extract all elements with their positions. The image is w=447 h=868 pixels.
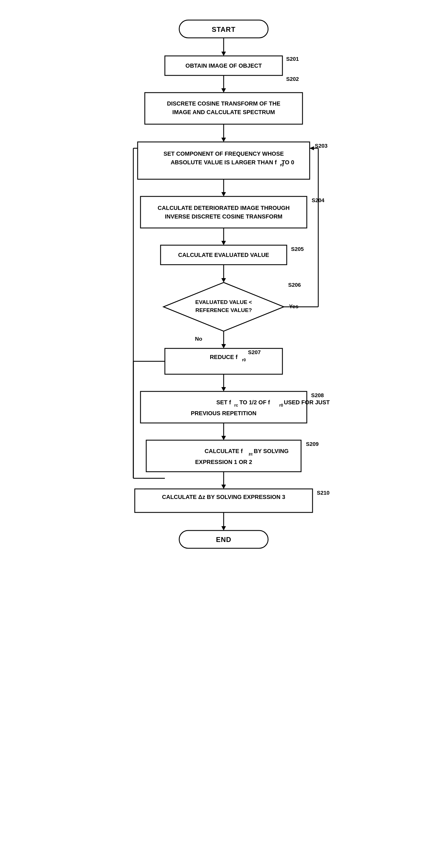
svg-text:CALCULATE Δz BY SOLVING EXPRES: CALCULATE Δz BY SOLVING EXPRESSION 3 [162, 494, 285, 500]
svg-marker-54 [221, 436, 226, 440]
svg-marker-2 [221, 52, 226, 56]
svg-text:ABSOLUTE VALUE IS LARGER THAN : ABSOLUTE VALUE IS LARGER THAN f [170, 159, 277, 165]
svg-text:CALCULATE DETERIORATED IMAGE T: CALCULATE DETERIORATED IMAGE THROUGH [157, 205, 289, 211]
svg-text:r0: r0 [242, 358, 246, 362]
end-label: END [216, 536, 231, 544]
svg-text:TO 1/2 OF f: TO 1/2 OF f [240, 399, 270, 405]
svg-marker-65 [221, 526, 226, 530]
s206-label: S206 [288, 282, 301, 288]
svg-rect-39 [165, 348, 282, 374]
svg-text:USED FOR JUST: USED FOR JUST [284, 399, 330, 405]
svg-text:PREVIOUS REPETITION: PREVIOUS REPETITION [191, 410, 256, 416]
svg-text:IMAGE AND CALCULATE SPECTRUM: IMAGE AND CALCULATE SPECTRUM [172, 109, 275, 115]
svg-marker-30 [163, 282, 284, 331]
svg-text:EXPRESSION 1 OR 2: EXPRESSION 1 OR 2 [195, 459, 252, 465]
svg-marker-10 [221, 137, 226, 142]
svg-text:REFERENCE VALUE?: REFERENCE VALUE? [195, 307, 252, 313]
svg-rect-62 [135, 489, 313, 513]
svg-rect-6 [145, 93, 302, 124]
svg-marker-45 [221, 387, 226, 392]
svg-text:BY SOLVING: BY SOLVING [254, 448, 289, 454]
svg-text:rc: rc [234, 403, 238, 407]
flowchart-container: START OBTAIN IMAGE OF OBJECT S201 S202 D… [112, 11, 336, 843]
start-label: START [212, 26, 235, 33]
svg-marker-20 [221, 192, 226, 196]
svg-text:zc: zc [249, 452, 253, 456]
svg-text:SET COMPONENT OF FREQUENCY WHO: SET COMPONENT OF FREQUENCY WHOSE [163, 151, 284, 157]
svg-text:CALCULATE f: CALCULATE f [204, 448, 243, 454]
svg-marker-61 [221, 485, 226, 489]
s207-label: S207 [248, 349, 261, 355]
svg-marker-25 [221, 241, 226, 245]
svg-text:TO 0: TO 0 [281, 159, 294, 165]
svg-text:DISCRETE COSINE TRANSFORM OF T: DISCRETE COSINE TRANSFORM OF THE [167, 100, 280, 107]
s205-label: S205 [291, 246, 304, 252]
s208-label: S208 [311, 392, 324, 398]
s201-label: S201 [286, 56, 299, 62]
svg-marker-29 [221, 278, 226, 282]
svg-text:EVALUATED VALUE <: EVALUATED VALUE < [195, 299, 252, 305]
s210-label: S210 [317, 490, 329, 496]
svg-marker-5 [221, 88, 226, 93]
svg-text:r0: r0 [279, 403, 283, 407]
svg-rect-21 [140, 196, 307, 228]
svg-text:SET f: SET f [216, 399, 231, 405]
s202-label: S202 [286, 76, 299, 82]
svg-marker-36 [310, 146, 314, 150]
no-label: No [195, 336, 202, 342]
svg-text:CALCULATE EVALUATED VALUE: CALCULATE EVALUATED VALUE [178, 252, 269, 258]
svg-text:REDUCE f: REDUCE f [210, 354, 237, 360]
svg-rect-55 [146, 440, 301, 472]
s209-label: S209 [306, 441, 319, 447]
svg-text:INVERSE DISCRETE COSINE TRANSF: INVERSE DISCRETE COSINE TRANSFORM [165, 213, 282, 220]
svg-marker-38 [221, 344, 226, 348]
s201-text: OBTAIN IMAGE OF OBJECT [185, 63, 261, 69]
flowchart-svg: START OBTAIN IMAGE OF OBJECT S201 S202 D… [112, 11, 336, 843]
